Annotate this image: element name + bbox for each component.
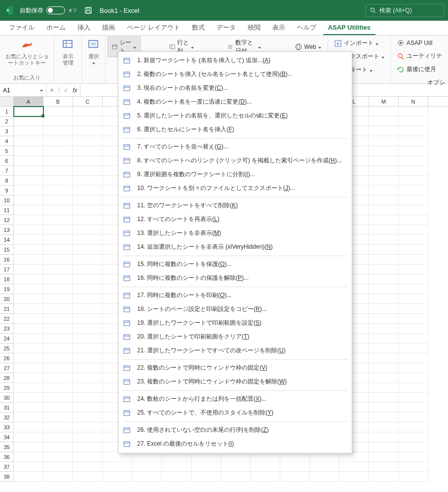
cell[interactable] (399, 324, 428, 334)
cell[interactable] (221, 472, 251, 482)
row-header[interactable]: 20 (0, 294, 14, 304)
cell[interactable] (14, 146, 43, 156)
row-header[interactable]: 24 (0, 334, 14, 343)
row-header[interactable]: 26 (0, 353, 14, 363)
cell[interactable] (399, 383, 428, 393)
row-header[interactable]: 15 (0, 245, 14, 255)
cell[interactable] (43, 472, 73, 482)
cell[interactable] (399, 314, 428, 324)
row-header[interactable]: 25 (0, 343, 14, 353)
cell[interactable] (14, 422, 43, 432)
save-icon[interactable] (84, 6, 93, 15)
tab-ヘルプ[interactable]: ヘルプ (292, 21, 321, 35)
cell[interactable] (73, 314, 103, 324)
menu-item-10[interactable]: 10. ワークシートを別々のファイルとしてエクスポート(J)... (118, 182, 352, 195)
cell[interactable] (14, 107, 43, 116)
row-header[interactable]: 14 (0, 235, 14, 245)
tab-校閲[interactable]: 校閲 (243, 21, 265, 35)
search-box[interactable]: 検索 (Alt+Q) (365, 4, 444, 17)
cell[interactable] (251, 472, 280, 482)
menu-item-5[interactable]: 5. 選択したシートの名前を、選択したセルの値に変更(E) (118, 109, 352, 123)
cell[interactable] (162, 462, 191, 472)
cell[interactable] (399, 146, 428, 156)
cell[interactable] (369, 116, 399, 126)
cell[interactable] (43, 274, 73, 284)
cell[interactable] (73, 176, 103, 186)
cell[interactable] (43, 393, 73, 403)
cell[interactable] (14, 353, 43, 363)
autosave-toggle[interactable]: 自動保存 オフ (20, 6, 77, 15)
tab-描画[interactable]: 描画 (97, 21, 120, 35)
cell[interactable] (43, 403, 73, 413)
cell[interactable] (73, 324, 103, 334)
cell[interactable] (339, 452, 369, 462)
cell[interactable] (14, 176, 43, 186)
cell[interactable] (399, 225, 428, 235)
cell[interactable] (369, 156, 399, 166)
menu-item-25[interactable]: 25. すべてのシートで、不使用のスタイルを削除(Y) (118, 406, 352, 420)
menu-item-8[interactable]: 8. すべてのシートへのリンク (クリック可) を掲載した索引ページを作成(H)… (118, 154, 352, 168)
cell[interactable] (310, 462, 339, 472)
cell[interactable] (14, 442, 43, 452)
cell[interactable] (369, 284, 399, 294)
menu-item-6[interactable]: 6. 選択したセルにシート名を挿入(F) (118, 123, 352, 137)
row-header[interactable]: 29 (0, 383, 14, 393)
cell[interactable] (132, 452, 162, 462)
menu-item-22[interactable]: 22. 複数のシートで同時にウィンドウ枠の固定(V) (118, 361, 352, 375)
cell[interactable] (43, 304, 73, 314)
menu-item-3[interactable]: 3. 現在のシートの名前を変更(C)... (118, 81, 352, 95)
cell[interactable] (369, 383, 399, 393)
cell[interactable] (73, 235, 103, 245)
cell[interactable] (43, 245, 73, 255)
cell[interactable] (14, 136, 43, 146)
cell[interactable] (399, 373, 428, 383)
menu-item-4[interactable]: 4. 複数のシート名を一度に迅速に変更(D)... (118, 95, 352, 109)
cell[interactable] (399, 176, 428, 186)
row-header[interactable]: 37 (0, 462, 14, 472)
cell[interactable] (399, 304, 428, 314)
cell[interactable] (43, 334, 73, 343)
cell[interactable] (369, 265, 399, 274)
row-header[interactable]: 27 (0, 363, 14, 373)
cell[interactable] (73, 284, 103, 294)
column-header[interactable]: A (14, 97, 43, 106)
cell[interactable] (14, 284, 43, 294)
cell[interactable] (73, 205, 103, 215)
cell[interactable] (369, 126, 399, 136)
cell[interactable] (73, 166, 103, 176)
tab-データ[interactable]: データ (212, 21, 241, 35)
view-mgmt-button[interactable]: 表示 管理 (60, 38, 76, 67)
cell[interactable] (399, 422, 428, 432)
row-header[interactable]: 5 (0, 146, 14, 156)
cell[interactable] (43, 432, 73, 442)
cell[interactable] (73, 393, 103, 403)
cell[interactable] (14, 452, 43, 462)
menu-item-26[interactable]: 26. 使用されていない空白の末尾の行/列を削除(Z) (118, 423, 352, 437)
cell[interactable] (399, 403, 428, 413)
cell[interactable] (399, 413, 428, 422)
cell[interactable] (399, 363, 428, 373)
cell[interactable] (191, 452, 221, 462)
cell[interactable] (14, 186, 43, 195)
cell[interactable] (73, 126, 103, 136)
cell[interactable] (369, 215, 399, 225)
cell[interactable] (73, 334, 103, 343)
cell[interactable] (399, 126, 428, 136)
row-header[interactable]: 9 (0, 186, 14, 195)
cell[interactable] (73, 195, 103, 205)
cell[interactable] (73, 255, 103, 265)
cell[interactable] (399, 334, 428, 343)
cell[interactable] (73, 452, 103, 462)
cell[interactable] (73, 462, 103, 472)
cell[interactable] (43, 205, 73, 215)
cell[interactable] (399, 166, 428, 176)
cell[interactable] (43, 255, 73, 265)
cell[interactable] (369, 166, 399, 176)
cell[interactable] (43, 225, 73, 235)
cell[interactable] (310, 452, 339, 462)
cell[interactable] (43, 373, 73, 383)
cell[interactable] (14, 314, 43, 324)
cell[interactable] (399, 255, 428, 265)
cell[interactable] (43, 265, 73, 274)
cell[interactable] (14, 255, 43, 265)
